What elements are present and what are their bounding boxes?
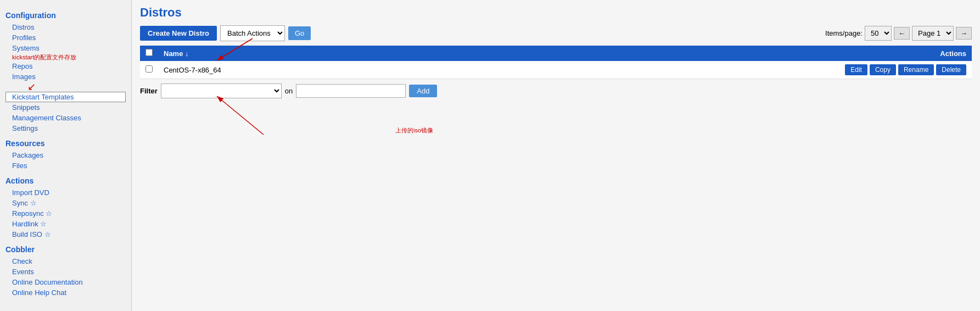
table-row: CentOS-7-x86_64 Edit Copy Rename Delete	[140, 61, 972, 79]
sidebar-item-packages[interactable]: Packages	[5, 150, 126, 160]
select-all-checkbox[interactable]	[145, 49, 153, 56]
row-checkbox-cell	[140, 61, 158, 79]
page-title: Distros	[140, 5, 972, 20]
sidebar-item-online-help[interactable]: Online Help Chat	[5, 287, 126, 298]
batch-actions-select[interactable]: Batch Actions	[220, 25, 285, 41]
sidebar-item-hardlink[interactable]: Hardlink ☆	[5, 219, 126, 229]
sidebar-item-systems[interactable]: Systems	[5, 43, 126, 53]
filter-select[interactable]	[161, 84, 282, 98]
sidebar-item-online-docs[interactable]: Online Documentation	[5, 277, 126, 287]
table-header-checkbox	[140, 46, 158, 61]
page-select[interactable]: Page 1	[912, 26, 954, 41]
sidebar-item-files[interactable]: Files	[5, 160, 126, 171]
copy-button[interactable]: Copy	[870, 64, 896, 75]
prev-page-button[interactable]: ←	[894, 27, 910, 40]
toolbar: Create New Distro Batch Actions Go Items…	[140, 25, 972, 41]
delete-button[interactable]: Delete	[936, 64, 966, 75]
edit-button[interactable]: Edit	[845, 64, 867, 75]
sidebar-item-distros[interactable]: Distros	[5, 22, 126, 32]
items-per-page-control: Items/page: 50 ← Page 1 →	[825, 26, 972, 41]
row-name: CentOS-7-x86_64	[158, 61, 436, 79]
sidebar-item-check[interactable]: Check	[5, 256, 126, 266]
go-button[interactable]: Go	[288, 26, 311, 40]
filter-row: Filter on Add	[140, 79, 972, 103]
sidebar-item-events[interactable]: Events	[5, 266, 126, 277]
row-actions: Edit Copy Rename Delete	[436, 61, 972, 79]
sidebar-item-reposync[interactable]: Reposync ☆	[5, 208, 126, 219]
sidebar-item-sync[interactable]: Sync ☆	[5, 198, 126, 208]
distros-tbody: CentOS-7-x86_64 Edit Copy Rename Delete	[140, 61, 972, 79]
sidebar-resources-title: Resources	[5, 139, 126, 148]
filter-label: Filter	[140, 87, 158, 95]
iso-annotation: 上传的iso镜像	[395, 126, 433, 135]
items-per-page-label: Items/page:	[825, 29, 863, 37]
arrow-down-icon: ↙	[5, 82, 126, 92]
sidebar-item-kickstart-templates[interactable]: Kickstart Templates	[5, 92, 126, 102]
sidebar-actions-title: Actions	[5, 176, 126, 185]
items-per-page-select[interactable]: 50	[865, 26, 892, 41]
table-header-name: Name ↓	[158, 46, 436, 61]
sidebar-item-profiles[interactable]: Profiles	[5, 32, 126, 43]
table-header-row: Name ↓ Actions	[140, 46, 972, 61]
row-checkbox[interactable]	[145, 65, 153, 73]
create-new-distro-button[interactable]: Create New Distro	[140, 26, 217, 41]
sidebar-item-settings[interactable]: Settings	[5, 123, 126, 134]
sidebar-item-build-iso[interactable]: Build ISO ☆	[5, 229, 126, 240]
sidebar-config-title: Configuration	[5, 11, 126, 20]
filter-add-button[interactable]: Add	[409, 85, 437, 97]
filter-input[interactable]	[296, 84, 406, 98]
sidebar-item-snippets[interactable]: Snippets	[5, 102, 126, 113]
distros-table: Name ↓ Actions CentOS-7-x86_64 Edit Copy…	[140, 46, 972, 79]
kickstart-annotation: kickstart的配置文件存放	[5, 53, 126, 61]
rename-button[interactable]: Rename	[898, 64, 934, 75]
sidebar-item-management-classes[interactable]: Management Classes	[5, 113, 126, 123]
sidebar: Configuration Distros Profiles Systems k…	[0, 0, 132, 311]
sidebar-cobbler-title: Cobbler	[5, 245, 126, 254]
sidebar-item-images[interactable]: Images	[5, 71, 126, 82]
next-page-button[interactable]: →	[956, 27, 972, 40]
table-header-actions: Actions	[436, 46, 972, 61]
sidebar-item-repos[interactable]: Repos	[5, 61, 126, 71]
sidebar-item-import-dvd[interactable]: Import DVD	[5, 187, 126, 198]
filter-on-label: on	[285, 87, 293, 95]
main-content: Distros Create New Distro Batch Actions …	[132, 0, 980, 311]
